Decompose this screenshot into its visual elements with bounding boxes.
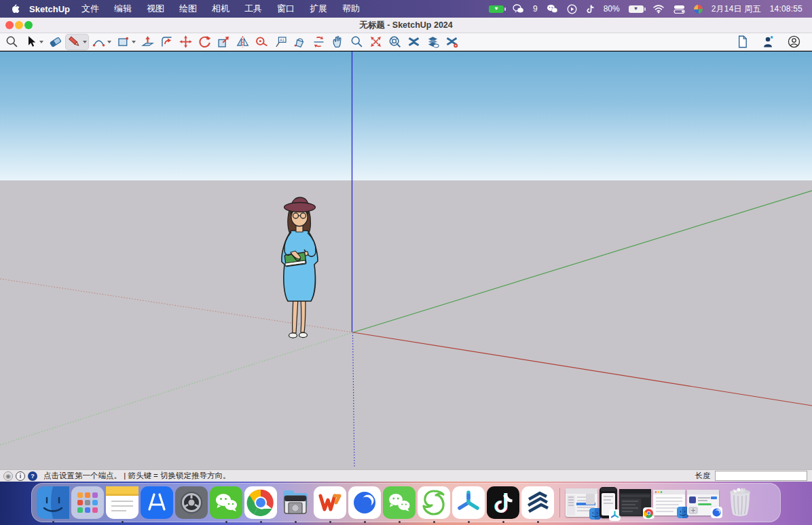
flip-tool[interactable] bbox=[234, 34, 252, 50]
tiktok-status-icon[interactable] bbox=[586, 4, 595, 14]
menu-view[interactable]: 视图 bbox=[139, 3, 172, 15]
select-tool[interactable] bbox=[22, 34, 45, 50]
zoom-tool[interactable] bbox=[348, 34, 366, 50]
dock-trash-icon[interactable] bbox=[724, 486, 756, 519]
connect-layers-tool[interactable] bbox=[424, 34, 442, 50]
pan-tool[interactable] bbox=[329, 34, 347, 50]
menubar-date[interactable]: 2月14日 周五 bbox=[712, 3, 761, 15]
running-indicator bbox=[502, 521, 504, 523]
select-arrow-icon bbox=[24, 35, 38, 49]
menu-file[interactable]: 文件 bbox=[74, 3, 107, 15]
human-figure-button[interactable] bbox=[759, 34, 777, 50]
menubar-time[interactable]: 14:08:55 bbox=[770, 4, 802, 14]
account-icon bbox=[787, 35, 801, 49]
dock-launchpad-icon[interactable] bbox=[71, 486, 104, 519]
push-pull-tool[interactable] bbox=[139, 34, 157, 50]
wechat-badge-count: 9 bbox=[533, 4, 538, 14]
orbit-tool[interactable] bbox=[310, 34, 328, 50]
move-tool[interactable] bbox=[177, 34, 195, 50]
user-switch-icon[interactable] bbox=[673, 5, 685, 14]
3d-warehouse-tool[interactable] bbox=[405, 34, 423, 50]
arcs-tool[interactable] bbox=[90, 34, 113, 50]
line-tool[interactable] bbox=[65, 34, 89, 50]
warehouse-search-tool[interactable] bbox=[386, 34, 404, 50]
new-document-button[interactable] bbox=[733, 34, 752, 50]
dock-appstore-icon[interactable] bbox=[141, 486, 173, 519]
apple-logo-icon[interactable] bbox=[11, 4, 20, 14]
dock-wechat2-icon[interactable] bbox=[383, 486, 416, 519]
scale-tool[interactable] bbox=[215, 34, 233, 50]
running-indicator bbox=[399, 521, 401, 523]
dock-finder-icon[interactable] bbox=[37, 486, 69, 519]
menu-draw[interactable]: 绘图 bbox=[172, 3, 204, 15]
shapes-tool[interactable] bbox=[114, 34, 138, 50]
wifi-icon[interactable] bbox=[652, 4, 665, 14]
measurement-input[interactable] bbox=[715, 471, 807, 481]
extension-warehouse-tool[interactable] bbox=[443, 34, 461, 50]
drawing-axes bbox=[0, 52, 812, 469]
minimized-phone-mirror-window[interactable] bbox=[599, 487, 617, 518]
menu-edit[interactable]: 编辑 bbox=[107, 3, 139, 15]
menu-extensions[interactable]: 扩展 bbox=[302, 3, 335, 15]
menu-bar: SketchUp 文件 编辑 视图 绘图 相机 工具 窗口 扩展 帮助 ♥ 9 … bbox=[0, 0, 812, 18]
menu-tools[interactable]: 工具 bbox=[237, 3, 270, 15]
hand-icon bbox=[331, 35, 345, 49]
dock-sketchup-icon[interactable] bbox=[521, 486, 554, 519]
arc-icon bbox=[92, 35, 106, 49]
model-viewport[interactable] bbox=[0, 52, 812, 469]
menu-camera[interactable]: 相机 bbox=[204, 3, 237, 15]
play-circle-icon[interactable] bbox=[567, 4, 577, 14]
text-tool[interactable]: A1 bbox=[272, 34, 290, 50]
minimized-browser-window[interactable] bbox=[687, 490, 719, 516]
running-indicator bbox=[122, 521, 124, 523]
dock-quark-icon[interactable] bbox=[348, 486, 381, 519]
pencil-icon bbox=[67, 35, 81, 49]
dock-notes-icon[interactable] bbox=[106, 486, 139, 519]
dock-tiktok-icon[interactable] bbox=[487, 486, 519, 519]
minimized-document-window[interactable] bbox=[653, 490, 685, 516]
toolbar: A1 bbox=[0, 33, 812, 51]
wechat-status-icon-2[interactable] bbox=[547, 4, 558, 14]
battery-icon[interactable]: ♥ bbox=[629, 5, 644, 13]
dock-navicat-icon[interactable] bbox=[418, 486, 450, 519]
dock-chrome-icon[interactable] bbox=[244, 486, 277, 519]
window-title: 无标题 - SketchUp 2024 bbox=[0, 20, 812, 31]
info-circle-icon[interactable]: i bbox=[16, 471, 25, 481]
account-button[interactable] bbox=[785, 34, 803, 50]
help-circle-icon[interactable]: ? bbox=[28, 471, 37, 481]
dock-settings-icon[interactable] bbox=[175, 486, 208, 519]
wechat-status-icon[interactable] bbox=[513, 4, 524, 14]
paint-bucket-tool[interactable] bbox=[291, 34, 309, 50]
move-icon bbox=[179, 35, 193, 49]
dock-printer-icon[interactable] bbox=[279, 486, 312, 519]
dock bbox=[31, 483, 781, 522]
dock-wechat-icon[interactable] bbox=[210, 486, 242, 519]
eraser-tool[interactable] bbox=[46, 34, 64, 50]
offset-icon bbox=[160, 35, 174, 49]
extension-warehouse-icon bbox=[445, 35, 459, 49]
text-label-icon: A1 bbox=[274, 35, 288, 49]
minimized-finder-window[interactable] bbox=[566, 488, 597, 517]
dock-screen-mirror-icon[interactable] bbox=[452, 486, 485, 519]
running-indicator bbox=[260, 521, 262, 523]
tape-measure-tool[interactable] bbox=[253, 34, 271, 50]
paint-bucket-icon bbox=[293, 35, 307, 49]
color-sphere-icon[interactable] bbox=[694, 5, 703, 14]
menu-help[interactable]: 帮助 bbox=[335, 3, 367, 15]
geolocation-icon[interactable]: ◉ bbox=[3, 471, 13, 481]
search-tool[interactable] bbox=[3, 34, 21, 50]
rotate-tool[interactable] bbox=[196, 34, 214, 50]
zoom-extents-tool[interactable] bbox=[367, 34, 385, 50]
dock-wps-icon[interactable] bbox=[314, 486, 346, 519]
minimized-chrome-window[interactable] bbox=[619, 489, 651, 516]
menubar-app-name[interactable]: SketchUp bbox=[29, 4, 70, 14]
quark-badge-icon bbox=[711, 507, 722, 518]
running-indicator bbox=[468, 521, 470, 523]
dock-divider bbox=[559, 488, 560, 518]
chevron-down-icon bbox=[39, 41, 43, 43]
menu-window[interactable]: 窗口 bbox=[270, 3, 302, 15]
magnifier-icon bbox=[350, 35, 364, 49]
battery-heart-icon[interactable]: ♥ bbox=[489, 5, 504, 13]
offset-tool[interactable] bbox=[158, 34, 176, 50]
running-indicator bbox=[364, 521, 366, 523]
